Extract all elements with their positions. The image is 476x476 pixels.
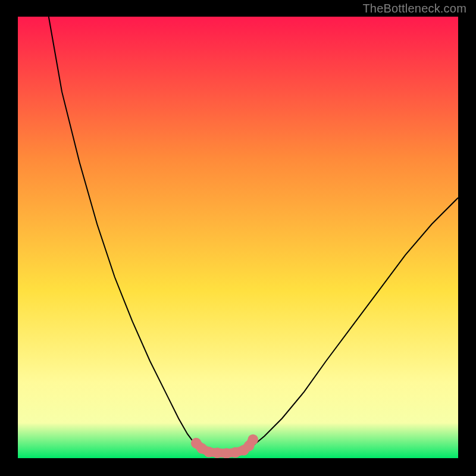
chart-area [18,17,458,458]
valley-marker-dot [248,434,258,445]
gradient-background [18,17,458,458]
valley-marker-dot [212,447,223,458]
chart-svg [18,17,458,458]
outer-frame: TheBottleneck.com [0,0,476,476]
watermark-text: TheBottleneck.com [362,0,466,17]
